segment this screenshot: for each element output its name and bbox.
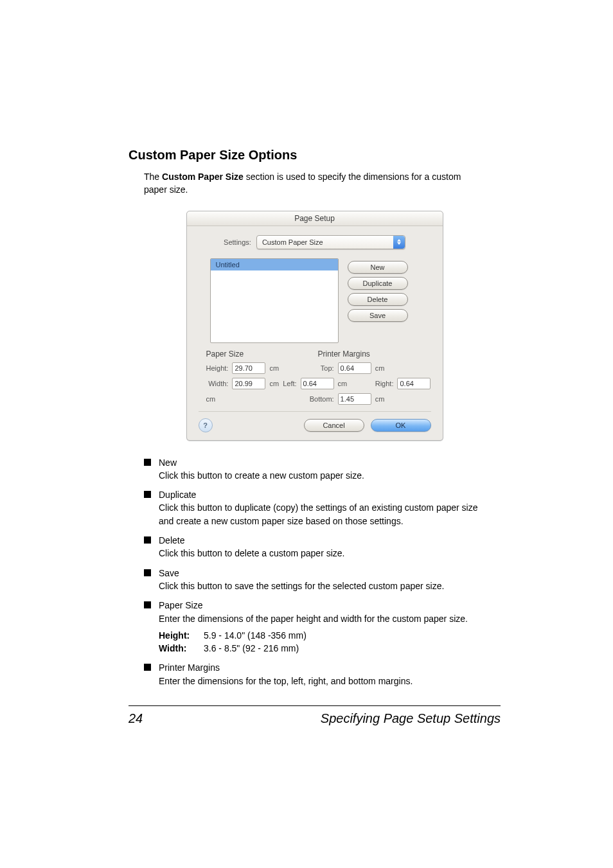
top-input[interactable]: 0.64 bbox=[338, 362, 371, 374]
square-bullet-icon bbox=[144, 664, 151, 671]
custom-size-area: Untitled New Duplicate Delete Save bbox=[210, 258, 431, 343]
bullet-duplicate: Duplicate Click this button to duplicate… bbox=[144, 488, 478, 527]
bullet-desc: Click this button to save the settings f… bbox=[159, 581, 444, 591]
top-label: Top: bbox=[301, 364, 334, 372]
save-button[interactable]: Save bbox=[348, 309, 408, 322]
bottom-input[interactable]: 1.45 bbox=[338, 393, 371, 405]
bottom-unit: cm bbox=[375, 395, 394, 403]
cancel-button[interactable]: Cancel bbox=[304, 419, 364, 432]
chevron-up-icon bbox=[397, 239, 401, 242]
bullet-desc: Enter the dimensions of the paper height… bbox=[159, 614, 468, 624]
height-key: Height bbox=[159, 630, 187, 641]
page-number: 24 bbox=[129, 711, 143, 726]
right-unit: cm bbox=[206, 395, 229, 403]
bullet-desc: Click this button to duplicate (copy) th… bbox=[159, 502, 477, 526]
footer-section-title: Specifying Page Setup Settings bbox=[321, 711, 501, 726]
bottom-label: Bottom: bbox=[301, 395, 334, 403]
width-unit: cm bbox=[269, 380, 279, 387]
width-input[interactable]: 20.99 bbox=[232, 378, 265, 389]
dialog-footer: ? Cancel OK bbox=[199, 418, 431, 432]
bullet-title: Paper Size bbox=[159, 599, 478, 612]
paper-size-header: Paper Size bbox=[206, 350, 303, 359]
top-unit: cm bbox=[375, 364, 394, 372]
square-bullet-icon bbox=[144, 601, 151, 608]
settings-label: Settings: bbox=[224, 238, 251, 246]
right-input[interactable]: 0.64 bbox=[397, 378, 431, 389]
page-footer: 24 Specifying Page Setup Settings bbox=[129, 711, 501, 726]
left-label: Left: bbox=[283, 380, 296, 387]
popup-arrows-icon bbox=[393, 236, 405, 249]
bullet-list: New Click this button to create a new cu… bbox=[144, 456, 478, 687]
colon: : bbox=[184, 643, 187, 653]
size-listbox[interactable]: Untitled bbox=[210, 258, 339, 343]
square-bullet-icon bbox=[144, 536, 151, 544]
printer-margins-header: Printer Margins bbox=[318, 350, 370, 359]
bullet-desc: Click this button to create a new custom… bbox=[159, 470, 364, 481]
height-unit: cm bbox=[269, 364, 279, 372]
height-input[interactable]: 29.70 bbox=[232, 362, 265, 374]
bullet-new: New Click this button to create a new cu… bbox=[144, 456, 478, 483]
separator bbox=[199, 411, 431, 412]
settings-popup-value: Custom Paper Size bbox=[262, 238, 323, 246]
bullet-save: Save Click this button to save the setti… bbox=[144, 567, 478, 593]
footer-buttons: Cancel OK bbox=[304, 419, 431, 432]
help-button[interactable]: ? bbox=[199, 418, 213, 432]
column-headers: Paper Size Printer Margins bbox=[206, 350, 431, 359]
bullet-title: New bbox=[159, 456, 478, 469]
left-unit: cm bbox=[338, 380, 371, 387]
height-range: 5.9 - 14.0" (148 -356 mm) bbox=[204, 629, 306, 642]
intro-paragraph: The Custom Paper Size section is used to… bbox=[144, 170, 472, 197]
bullet-title: Save bbox=[159, 567, 478, 580]
delete-button[interactable]: Delete bbox=[348, 293, 408, 306]
bullet-desc: Enter the dimensions for the top, left, … bbox=[159, 676, 413, 686]
page-setup-dialog-screenshot: Page Setup Settings: Custom Paper Size U… bbox=[186, 211, 443, 441]
square-bullet-icon bbox=[144, 569, 151, 576]
bullet-desc: Click this button to delete a custom pap… bbox=[159, 548, 344, 558]
bullet-paper-size: Paper Size Enter the dimensions of the p… bbox=[144, 599, 478, 655]
height-label: Height: bbox=[206, 364, 229, 372]
right-label: Right: bbox=[375, 380, 394, 387]
list-button-column: New Duplicate Delete Save bbox=[348, 258, 408, 322]
intro-text-prefix: The bbox=[144, 172, 162, 182]
colon: : bbox=[187, 630, 190, 641]
page: Custom Paper Size Options The Custom Pap… bbox=[0, 0, 613, 868]
left-input[interactable]: 0.64 bbox=[301, 378, 334, 389]
list-item[interactable]: Untitled bbox=[211, 259, 338, 270]
chevron-down-icon bbox=[397, 242, 401, 245]
window-titlebar: Page Setup bbox=[187, 211, 443, 226]
bullet-printer-margins: Printer Margins Enter the dimensions for… bbox=[144, 661, 478, 687]
bullet-title: Duplicate bbox=[159, 488, 478, 501]
bullet-delete: Delete Click this button to delete a cus… bbox=[144, 534, 478, 560]
duplicate-button[interactable]: Duplicate bbox=[348, 277, 408, 290]
window-body: Settings: Custom Paper Size Untitled bbox=[187, 226, 443, 440]
dimension-fields: Height: 29.70 cm Top: 0.64 cm Width: 20.… bbox=[206, 362, 431, 405]
footer-rule bbox=[129, 705, 501, 706]
new-button[interactable]: New bbox=[348, 261, 408, 274]
page-setup-window: Page Setup Settings: Custom Paper Size U… bbox=[186, 211, 443, 441]
dimension-specs: Height: 5.9 - 14.0" (148 -356 mm) Width:… bbox=[159, 629, 478, 655]
ok-button[interactable]: OK bbox=[371, 419, 431, 432]
width-key: Width bbox=[159, 643, 184, 653]
settings-popup[interactable]: Custom Paper Size bbox=[256, 235, 405, 249]
settings-row: Settings: Custom Paper Size bbox=[199, 235, 431, 249]
bullet-title: Printer Margins bbox=[159, 661, 478, 674]
bullet-title: Delete bbox=[159, 534, 478, 547]
square-bullet-icon bbox=[144, 491, 151, 498]
width-label: Width: bbox=[206, 380, 229, 387]
width-range: 3.6 - 8.5" (92 - 216 mm) bbox=[204, 642, 299, 655]
intro-bold: Custom Paper Size bbox=[162, 172, 244, 182]
section-heading: Custom Paper Size Options bbox=[129, 148, 501, 163]
square-bullet-icon bbox=[144, 459, 151, 466]
